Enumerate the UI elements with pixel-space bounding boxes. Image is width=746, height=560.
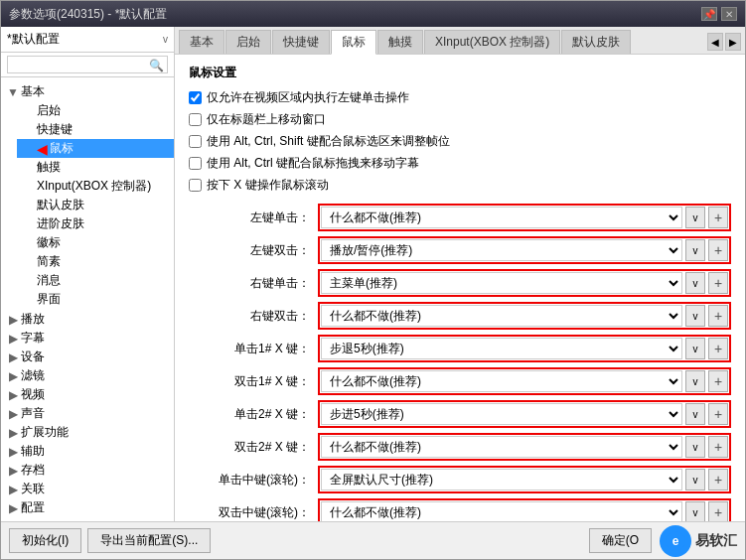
- tab-basic[interactable]: 基本: [179, 30, 224, 54]
- tree-item-playback[interactable]: ▶ 播放: [1, 310, 174, 329]
- settings-v-btn-xdblclick2[interactable]: v: [685, 436, 705, 458]
- tree-label-touch: 触摸: [37, 159, 61, 176]
- settings-select-wrapper-rdblclick: 什么都不做(推荐) v +: [318, 302, 731, 330]
- settings-v-btn-xdblclick1[interactable]: v: [685, 370, 705, 392]
- settings-v-btn-mdblclick[interactable]: v: [685, 501, 705, 521]
- tab-start[interactable]: 启始: [225, 30, 271, 54]
- settings-select-xclick1[interactable]: 步退5秒(推荐): [321, 338, 682, 359]
- pin-button[interactable]: 📌: [701, 7, 717, 21]
- checkbox-label-5: 按下 X 键操作鼠标滚动: [207, 177, 329, 194]
- tree-item-message[interactable]: 消息: [17, 271, 174, 290]
- tab-mouse[interactable]: 鼠标: [331, 30, 376, 55]
- settings-select-xdblclick1[interactable]: 什么都不做(推荐): [321, 370, 682, 392]
- tab-scroll-right[interactable]: ▶: [725, 33, 741, 51]
- settings-plus-btn-lclick[interactable]: +: [708, 207, 728, 228]
- tree-item-filter[interactable]: ▶ 滤镜: [1, 366, 174, 385]
- tree-item-video[interactable]: ▶ 视频: [1, 385, 174, 404]
- checkbox-label-1: 仅允许在视频区域内执行左键单击操作: [207, 89, 409, 106]
- settings-plus-btn-xclick1[interactable]: +: [708, 338, 728, 359]
- tree-item-basic-label[interactable]: ▼ 基本: [1, 82, 174, 101]
- settings-plus-btn-mdblclick[interactable]: +: [708, 501, 728, 521]
- settings-v-btn-xclick2[interactable]: v: [685, 403, 705, 425]
- checkbox-label-3: 使用 Alt, Ctrl, Shift 键配合鼠标选区来调整帧位: [207, 133, 450, 150]
- tree-item-assist[interactable]: ▶ 辅助: [1, 442, 174, 461]
- settings-plus-btn-ldblclick[interactable]: +: [708, 239, 728, 261]
- tree-item-audio[interactable]: ▶ 声音: [1, 404, 174, 423]
- tree-label-link: 关联: [21, 481, 45, 497]
- settings-select-wrapper-xdblclick1: 什么都不做(推荐) v +: [318, 367, 731, 395]
- settings-v-btn-xclick1[interactable]: v: [685, 338, 705, 359]
- settings-v-btn-mclick[interactable]: v: [685, 469, 705, 490]
- settings-row-mclick: 单击中键(滚轮)： 全屏默认尺寸(推荐) v +: [189, 466, 731, 493]
- settings-v-btn-lclick[interactable]: v: [685, 207, 705, 228]
- tree-item-start[interactable]: 启始: [17, 101, 174, 120]
- tree-item-tag[interactable]: 徽标: [17, 233, 174, 252]
- tree-item-skin[interactable]: 默认皮肤: [17, 196, 174, 214]
- tree-label-subtitle: 字幕: [21, 330, 45, 347]
- close-button[interactable]: ✕: [721, 7, 737, 21]
- tree-item-mouse[interactable]: ◀ 鼠标: [17, 139, 174, 158]
- settings-row-xdblclick2: 双击2# X 键： 什么都不做(推荐) v +: [189, 433, 731, 461]
- sidebar-search-container: 🔍: [1, 53, 174, 77]
- settings-select-xclick2[interactable]: 步进5秒(推荐): [321, 403, 682, 425]
- tree-item-touch[interactable]: 触摸: [17, 158, 174, 177]
- checkbox-row-4: 使用 Alt, Ctrl 键配合鼠标拖拽来移动字幕: [189, 155, 731, 172]
- settings-select-mdblclick[interactable]: 什么都不做(推荐): [321, 501, 682, 521]
- checkbox-4[interactable]: [189, 157, 202, 170]
- tree-label-mouse: 鼠标: [50, 140, 74, 157]
- tab-scroll-left[interactable]: ◀: [707, 33, 723, 51]
- settings-row-xclick2: 单击2# X 键： 步进5秒(推荐) v +: [189, 400, 731, 428]
- checkbox-5[interactable]: [189, 179, 202, 192]
- tree-item-progress-skin[interactable]: 进阶皮肤: [17, 214, 174, 233]
- tab-touch[interactable]: 触摸: [377, 30, 423, 54]
- tree-item-xinput[interactable]: XInput(XBOX 控制器): [17, 177, 174, 196]
- settings-plus-btn-mclick[interactable]: +: [708, 469, 728, 490]
- profile-dropdown-icon[interactable]: v: [163, 34, 168, 45]
- tree-children-basic: 启始 快捷键 ◀ 鼠标 触摸: [1, 101, 174, 309]
- tree-item-shortcut[interactable]: 快捷键: [17, 120, 174, 139]
- tab-shortcut[interactable]: 快捷键: [272, 30, 330, 54]
- checkbox-3[interactable]: [189, 135, 202, 148]
- settings-plus-btn-rdblclick[interactable]: +: [708, 305, 728, 327]
- tree-item-extend[interactable]: ▶ 扩展功能: [1, 423, 174, 442]
- search-input[interactable]: [7, 56, 168, 73]
- tree-item-doc[interactable]: ▶ 存档: [1, 461, 174, 480]
- checkbox-2[interactable]: [189, 113, 202, 126]
- tab-skin[interactable]: 默认皮肤: [561, 30, 631, 54]
- tree-item-simple[interactable]: 简素: [17, 252, 174, 271]
- tree-label-filter: 滤镜: [21, 367, 45, 384]
- settings-select-mclick[interactable]: 全屏默认尺寸(推荐): [321, 469, 682, 490]
- tree-label-start: 启始: [37, 102, 61, 119]
- export-button[interactable]: 导出当前配置(S)...: [87, 528, 211, 553]
- checkbox-1[interactable]: [189, 91, 202, 104]
- tree-label-shortcut: 快捷键: [37, 121, 73, 138]
- tree-label-playback: 播放: [21, 311, 45, 328]
- tree-item-link[interactable]: ▶ 关联: [1, 480, 174, 498]
- settings-select-rdblclick[interactable]: 什么都不做(推荐): [321, 305, 682, 327]
- tab-xinput[interactable]: XInput(XBOX 控制器): [424, 30, 560, 54]
- tree-label-simple: 简素: [37, 253, 61, 270]
- settings-row-rdblclick: 右键双击： 什么都不做(推荐) v +: [189, 302, 731, 330]
- settings-select-ldblclick[interactable]: 播放/暂停(推荐): [321, 239, 682, 261]
- main-content: *默认配置 v 🔍 ▼ 基本 启始: [1, 27, 745, 521]
- settings-select-rclick[interactable]: 主菜单(推荐): [321, 272, 682, 294]
- settings-v-btn-ldblclick[interactable]: v: [685, 239, 705, 261]
- tree-item-config[interactable]: ▶ 配置: [1, 498, 174, 517]
- settings-plus-btn-rclick[interactable]: +: [708, 272, 728, 294]
- tree-item-device[interactable]: ▶ 设备: [1, 348, 174, 366]
- settings-select-wrapper-xclick1: 步退5秒(推荐) v +: [318, 335, 731, 362]
- settings-label-rclick: 右键单击：: [189, 275, 318, 292]
- tree-item-interface[interactable]: 界面: [17, 290, 174, 309]
- settings-select-xdblclick2[interactable]: 什么都不做(推荐): [321, 436, 682, 458]
- tree-item-subtitle[interactable]: ▶ 字幕: [1, 329, 174, 348]
- settings-plus-btn-xdblclick2[interactable]: +: [708, 436, 728, 458]
- settings-plus-btn-xdblclick1[interactable]: +: [708, 370, 728, 392]
- init-button[interactable]: 初始化(I): [9, 528, 81, 553]
- settings-v-btn-rclick[interactable]: v: [685, 272, 705, 294]
- section-title: 鼠标设置: [189, 65, 731, 81]
- settings-plus-btn-xclick2[interactable]: +: [708, 403, 728, 425]
- settings-row-ldblclick: 左键双击： 播放/暂停(推荐) v +: [189, 236, 731, 264]
- settings-select-lclick[interactable]: 什么都不做(推荐): [321, 207, 682, 228]
- confirm-button[interactable]: 确定(O: [589, 528, 652, 553]
- settings-v-btn-rdblclick[interactable]: v: [685, 305, 705, 327]
